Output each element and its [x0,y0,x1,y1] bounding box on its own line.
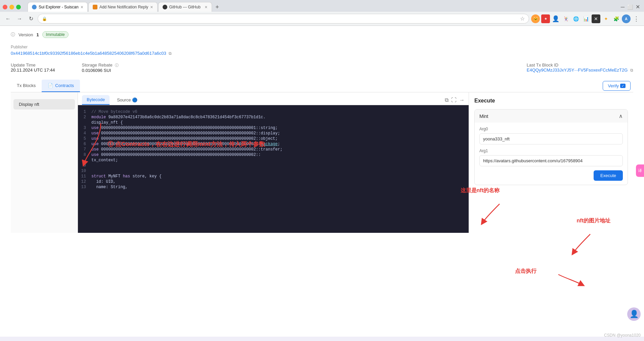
code-line-4: 4 use 0000000000000000000000000000000000… [78,131,469,136]
last-tx-link[interactable]: E4QQy9CMzJ33JxYJ5Y···FV5FsoxexFCcMeEzT2G [527,68,628,73]
code-line-2: 2 module 9a88207e421473b8a6c0dc2b83a71a8… [78,115,469,120]
tab-tx-blocks[interactable]: Tx Blocks [11,80,42,92]
forward-button[interactable]: → [15,14,24,24]
page-inner: ⓘ Version 1 Immutable Publisher 0x441968… [0,26,644,238]
code-line-2b: display_nft { [78,120,469,125]
main-area: Display nft Bytecode Source 🔵 ⧉ ⛶ [11,92,633,233]
expand-code-button[interactable]: ⛶ [451,97,457,103]
execute-title: Execute [474,98,628,104]
tab-close-sui[interactable]: × [81,4,83,10]
code-tabs: Bytecode Source 🔵 ⧉ ⛶ → [78,92,469,105]
more-options-icon[interactable]: ⋮ [632,14,641,23]
code-tab-source[interactable]: Source 🔵 [112,95,142,104]
tab-contracts[interactable]: 📄 Contracts [42,80,80,92]
browser-titlebar: Sui Explorer - Suiscan × Add New Notific… [0,0,644,12]
code-panel: Bytecode Source 🔵 ⧉ ⛶ → 1 [78,92,469,233]
bookmark-icon[interactable]: ☆ [520,15,525,22]
publisher-section: Publisher 0x441968514c1bf0c93392f56186eb… [11,45,633,56]
arg1-label: Arg1 [479,148,623,153]
code-actions: ⧉ ⛶ → [445,97,465,103]
source-tab-label: Source [117,97,131,102]
storage-rebate-info-icon: ⓘ [115,63,119,67]
icon-puzzle[interactable]: 🧩 [612,14,620,23]
sidebar: Display nft [11,92,78,233]
code-line-12: 12 id: UID, [78,179,469,184]
tabs-navigation: Tx Blocks 📄 Contracts Verify ✓ [11,80,633,92]
close-win-btn[interactable]: ✕ [636,4,640,10]
avatar-icon: 👤 [630,310,639,318]
tab-favicon-github [163,5,167,9]
copy-address-icon[interactable]: ⧉ [169,51,172,56]
copy-tx-icon[interactable]: ⧉ [630,68,633,73]
restore-win-btn[interactable]: ⬜ [627,4,633,10]
browser-chrome: Sui Explorer - Suiscan × Add New Notific… [0,0,644,26]
copy-code-button[interactable]: ⧉ [445,97,448,103]
code-body[interactable]: 1 // Move bytecode v6 2 module 9a88207e4… [78,105,469,233]
version-number: 1 [36,32,39,37]
icon-red[interactable]: ★ [541,14,550,23]
update-time-label: Update Time [11,62,55,68]
arg1-input[interactable] [479,155,623,166]
mint-toggle-icon[interactable]: ∧ [619,113,623,119]
translate-fab[interactable]: 译 [636,164,644,177]
browser-toolbar: ← → ↻ 🔒 luiscan.xyz/mainnet/object/0x9a8… [0,12,644,26]
last-tx-label: Last Tx Block ID [527,62,633,68]
minimize-button[interactable] [9,5,14,9]
code-line-13: 13 name: String, [78,184,469,190]
code-line-6: 6 use 0000000000000000000000000000000000… [78,141,469,147]
minimize-win-btn[interactable]: ─ [621,4,625,10]
execute-section-mint: Mint ∧ Arg0 Arg1 Execute [474,109,628,185]
arg0-group: Arg0 [479,127,623,144]
verify-btn-container: Verify ✓ [600,80,633,92]
tab-notification[interactable]: Add New Notification Reply × [88,2,158,12]
close-button[interactable] [3,5,7,9]
verify-button[interactable]: Verify ✓ [603,81,631,91]
icon-blue-circle[interactable]: 👤 [551,14,560,23]
storage-rebate-value: 0.0106096 SUI [82,68,119,73]
execute-button[interactable]: Execute [594,170,623,181]
tabs-bar: Sui Explorer - Suiscan × Add New Notific… [25,2,225,12]
back-button[interactable]: ← [3,14,13,24]
icon-green[interactable]: 📊 [582,14,590,23]
address-bar[interactable]: 🔒 luiscan.xyz/mainnet/object/0x9a88207e4… [38,14,529,24]
page-content: ⓘ Version 1 Immutable Publisher 0x441968… [0,26,644,337]
code-tab-bytecode[interactable]: Bytecode [82,95,110,105]
contracts-tab-icon: 📄 [48,83,53,88]
tab-title-notif: Add New Notification Reply [99,5,148,9]
version-row: ⓘ Version 1 Immutable [11,31,633,38]
new-tab-button[interactable]: + [213,2,222,12]
code-line-11: 11 struct MyNFT has store, key { [78,174,469,179]
icon-blue-globe[interactable]: 🌐 [571,14,580,23]
lock-icon: 🔒 [42,16,47,21]
icon-cross[interactable]: ✕ [592,14,600,23]
tab-close-notif[interactable]: × [150,4,153,10]
tab-close-github[interactable]: × [205,4,207,10]
tab-title-github: GitHub --- GitHub [169,5,203,9]
icon-card[interactable]: 🃏 [561,14,570,23]
open-code-button[interactable]: → [459,97,465,103]
icon-profile[interactable]: A [622,14,631,23]
refresh-button[interactable]: ↻ [26,14,36,24]
address-input[interactable]: luiscan.xyz/mainnet/object/0x9a88207e421… [50,16,517,21]
extensions-icon[interactable]: 🐱 [531,14,540,23]
sidebar-item-display-nft[interactable]: Display nft [13,99,75,110]
tab-suiscan[interactable]: Sui Explorer - Suiscan × [28,2,88,12]
bytecode-tab-label: Bytecode [87,97,105,102]
maximize-button[interactable] [16,5,21,9]
execute-section-header-mint[interactable]: Mint ∧ [475,110,628,123]
arg0-input[interactable] [479,133,623,144]
arg1-group: Arg1 [479,148,623,166]
icon-star[interactable]: ✦ [602,14,610,23]
verify-btn-label: Verify [608,83,619,88]
tab-github[interactable]: GitHub --- GitHub × [158,2,212,12]
tab-favicon-notif [93,5,97,9]
code-line-8b: tx_context; [78,158,469,163]
publisher-address-link[interactable]: 0x441968514c1bf0c93392f56186eb1c4e5b1a64… [11,51,166,56]
execute-annotation: 点击执行 [515,268,536,275]
user-avatar[interactable]: 👤 [627,307,641,321]
storage-rebate-section: Storage Rebate ⓘ 0.0106096 SUI [82,62,119,73]
code-line-7: 7 use 0000000000000000000000000000000000… [78,147,469,152]
execute-panel: Execute Mint ∧ Arg0 Arg1 [469,92,633,233]
verify-badge: ✓ [620,84,626,88]
tab-favicon-sui [32,5,37,9]
